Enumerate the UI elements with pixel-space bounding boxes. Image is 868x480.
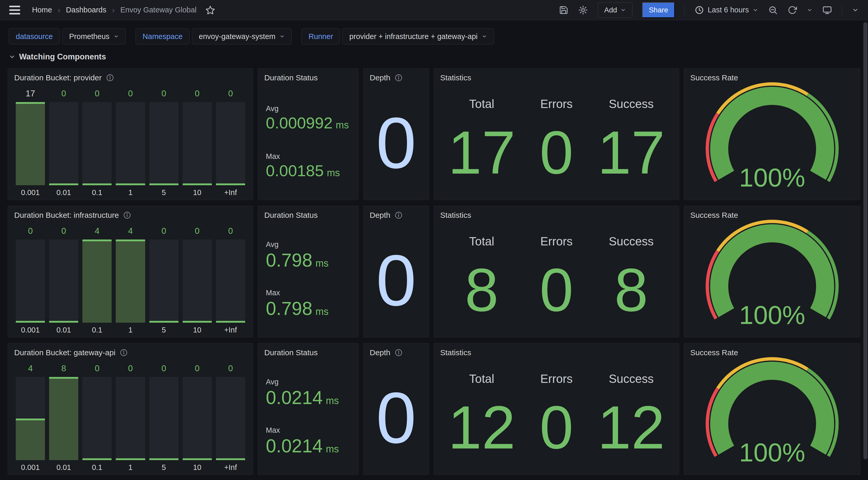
bar-fill — [83, 239, 112, 323]
bar-track — [183, 377, 212, 460]
kiosk-monitor-icon[interactable] — [822, 5, 832, 15]
info-icon[interactable] — [123, 211, 131, 219]
bar-fill — [216, 183, 245, 185]
share-button[interactable]: Share — [642, 2, 675, 18]
depth-value: 0 — [376, 107, 416, 179]
gauge-chart: 100% — [684, 218, 860, 336]
bar-fill — [183, 183, 212, 185]
info-icon[interactable] — [395, 73, 403, 82]
bar-track — [149, 377, 179, 460]
panel-title[interactable]: Duration Status — [264, 73, 318, 82]
chevron-down-icon — [752, 7, 758, 13]
save-dashboard-icon[interactable] — [559, 5, 568, 15]
depth-value: 0 — [376, 382, 416, 454]
chevron-down-icon — [482, 34, 487, 39]
row-watching-components[interactable]: Watching Components — [9, 52, 859, 61]
info-icon[interactable] — [120, 349, 128, 357]
bar-track — [49, 102, 78, 185]
stat-total: Total 12 — [444, 358, 519, 475]
bucket-axis-label: 0.001 — [16, 323, 45, 333]
vertical-scrollbar[interactable] — [863, 22, 867, 459]
bar-value-label: 0 — [149, 363, 179, 375]
bucket-bar: 010 — [183, 89, 212, 196]
stat-success: Success 17 — [594, 84, 669, 200]
panel-title[interactable]: Duration Status — [264, 348, 318, 357]
bar-value-label: 0 — [149, 226, 179, 237]
info-icon[interactable] — [395, 211, 403, 219]
settings-gear-icon[interactable] — [578, 5, 588, 15]
refresh-icon[interactable] — [788, 5, 797, 15]
chevron-down-icon — [280, 34, 285, 39]
panel-title[interactable]: Duration Status — [264, 211, 318, 219]
bucket-bar: 40.001 — [16, 363, 45, 471]
bucket-bar: 0+Inf — [216, 89, 245, 196]
info-icon[interactable] — [106, 73, 114, 82]
bar-track — [49, 377, 78, 460]
bar-gauge-chart: 00.00100.0140.141050100+Inf — [16, 226, 245, 333]
share-button-label: Share — [649, 6, 668, 14]
star-icon[interactable] — [206, 5, 215, 15]
bar-fill — [49, 321, 78, 323]
panel-depth: Depth 0 — [363, 68, 429, 200]
panel-title[interactable]: Depth — [370, 211, 390, 219]
bucket-axis-label: 10 — [183, 460, 212, 471]
bar-value-label: 0 — [183, 363, 212, 375]
bucket-axis-label: 0.1 — [83, 323, 112, 333]
bar-value-label: 0 — [116, 89, 145, 100]
section-title: Watching Components — [19, 52, 106, 61]
gauge-svg: 100% — [695, 218, 850, 335]
chevron-down-icon — [114, 34, 119, 39]
bar-track — [216, 377, 245, 460]
panel-title[interactable]: Duration Bucket: provider — [14, 73, 102, 82]
panel-duration-status: Duration Status Avg 0.0214ms Max 0.0214m… — [258, 343, 359, 475]
breadcrumb-home[interactable]: Home — [32, 6, 52, 14]
bar-track — [183, 102, 212, 185]
bar-track — [149, 239, 179, 323]
avg-metric: Avg 0.000992ms — [266, 104, 356, 131]
gauge-value-label: 100% — [739, 163, 805, 192]
variable-value-dropdown[interactable]: Prometheus — [62, 28, 126, 44]
max-value: 0.00185 — [266, 163, 324, 179]
panel-success-rate: Success Rate 100% — [684, 343, 860, 475]
bucket-axis-label: 0.1 — [83, 460, 112, 471]
variable-value-dropdown[interactable]: provider + infrastructure + gateway-api — [342, 28, 494, 44]
bar-fill — [16, 419, 45, 460]
bucket-axis-label: 5 — [149, 323, 179, 333]
bucket-axis-label: 10 — [183, 185, 212, 196]
bucket-bar: 010 — [183, 363, 212, 471]
variable-value-dropdown[interactable]: envoy-gateway-system — [192, 28, 292, 44]
avg-label: Avg — [266, 240, 356, 249]
avg-label: Avg — [266, 104, 356, 113]
stat-errors: Errors 0 — [519, 221, 594, 337]
bucket-bar: 00.01 — [49, 89, 78, 196]
stat-errors: Errors 0 — [519, 358, 594, 475]
max-metric: Max 0.0214ms — [266, 426, 356, 455]
panel-title[interactable]: Statistics — [440, 73, 471, 82]
bar-track — [83, 239, 112, 323]
add-button[interactable]: Add — [598, 2, 632, 18]
max-label: Max — [266, 426, 356, 434]
max-unit: ms — [315, 306, 329, 317]
bar-value-label: 0 — [216, 89, 245, 100]
collapse-toolbar-chevron-icon[interactable] — [852, 7, 859, 13]
avg-label: Avg — [266, 378, 356, 386]
info-icon[interactable] — [395, 349, 403, 357]
panel-title[interactable]: Depth — [370, 73, 390, 82]
panel-title[interactable]: Statistics — [440, 211, 471, 219]
bar-track — [16, 239, 45, 323]
refresh-interval-chevron-icon[interactable] — [807, 7, 812, 13]
bar-fill — [183, 321, 212, 323]
panel-success-rate: Success Rate 100% — [684, 206, 860, 337]
panel-title[interactable]: Statistics — [440, 348, 471, 357]
menu-icon[interactable] — [9, 6, 20, 14]
panel-title[interactable]: Depth — [370, 348, 390, 357]
zoom-out-icon[interactable] — [768, 5, 778, 15]
panel-statistics: Statistics Total 12 Errors 0 Success 12 — [434, 343, 679, 475]
bucket-axis-label: 1 — [116, 323, 145, 333]
breadcrumb-dashboards[interactable]: Dashboards — [66, 6, 106, 14]
panel-duration-bucket-provider: Duration Bucket: provider 170.00100.0100… — [8, 68, 253, 200]
time-range-picker[interactable]: Last 6 hours — [695, 5, 758, 15]
panel-title[interactable]: Duration Bucket: infrastructure — [14, 211, 119, 219]
panel-title[interactable]: Duration Bucket: gateway-api — [14, 348, 116, 357]
avg-value: 0.000992 — [266, 115, 333, 131]
